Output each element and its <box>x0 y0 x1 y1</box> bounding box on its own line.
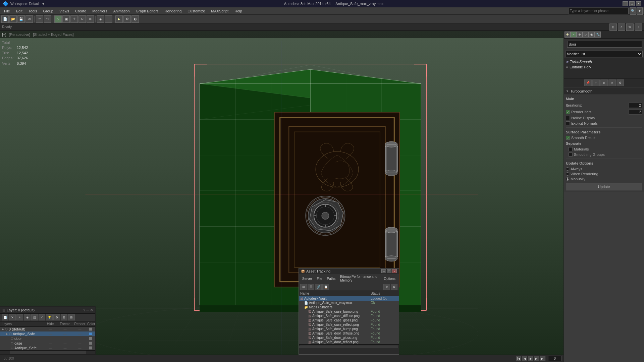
maximize-button[interactable]: □ <box>629 1 635 6</box>
layer-mgr-btn[interactable]: ☰ <box>105 15 112 23</box>
asset-tb-btn1[interactable]: ⊞ <box>300 284 307 290</box>
cmd-tab-display[interactable]: ◉ <box>589 32 595 38</box>
asset-row[interactable]: 📁 Maps / Shaders <box>299 305 399 309</box>
asset-close-btn[interactable]: ✕ <box>392 269 397 273</box>
angle-snap[interactable]: ∠ <box>618 23 625 31</box>
turbosmooth-header[interactable]: ▼ TurboSmooth <box>564 88 644 95</box>
configure-modifiers-btn[interactable]: ⚙ <box>616 79 624 86</box>
frame-number[interactable]: 0 <box>548 356 561 361</box>
layers-select-objects[interactable]: ◈ <box>24 314 31 320</box>
menu-rendering[interactable]: Rendering <box>162 8 184 14</box>
asset-minimize-btn[interactable]: ─ <box>381 269 386 273</box>
open-btn[interactable]: 📂 <box>9 15 17 23</box>
cmd-tab-motion[interactable]: ▷ <box>583 32 589 38</box>
viewport-perspective[interactable]: [Perspective] <box>9 33 31 37</box>
layers-close-btn[interactable]: ✕ <box>90 308 93 312</box>
goto-start-btn[interactable]: |◀ <box>516 356 521 361</box>
asset-row[interactable]: 🖼 Antique_Safe_case_reflect.png Found <box>299 322 399 327</box>
isoline-checkbox[interactable] <box>566 116 570 120</box>
asset-row[interactable]: 🖼 Antique_Safe_door_reflect.png Found <box>299 340 399 344</box>
make-unique-btn[interactable]: ◈ <box>600 79 608 86</box>
update-button[interactable]: Update <box>566 183 642 190</box>
modifier-list-dropdown[interactable]: Modifier List <box>565 51 643 57</box>
save-btn[interactable]: 💾 <box>17 15 25 23</box>
smooth-result-checkbox[interactable]: ✓ <box>566 136 570 140</box>
search-input[interactable] <box>568 8 629 14</box>
menu-maxscript[interactable]: MAXScript <box>208 8 231 14</box>
snap-toggle[interactable]: ⊞ <box>609 23 617 31</box>
asset-row[interactable]: 🏛 Autodesk Vault Logged Ou <box>299 296 399 301</box>
layer-row[interactable]: ▶ ⬡ 0 (default) — — — <box>0 327 95 331</box>
render-iters-checkbox[interactable]: ✓ <box>566 110 570 114</box>
layers-new-layer[interactable]: 📄 <box>2 314 8 320</box>
cmd-tab-create[interactable]: ✚ <box>565 32 571 38</box>
asset-tb-btn2[interactable]: ☰ <box>308 284 314 290</box>
asset-row[interactable]: 🖼 Antique_Safe_case_gloss.png Found <box>299 318 399 322</box>
prev-frame-btn[interactable]: ◀ <box>522 356 527 361</box>
layers-add-to-layer[interactable]: + <box>16 314 23 320</box>
asset-maximize-btn[interactable]: □ <box>387 269 391 273</box>
asset-refresh-btn[interactable]: ↻ <box>383 284 390 290</box>
viewport-area[interactable]: [+] [Perspective] [Shaded + Edged Faces]… <box>0 31 564 362</box>
select-region-btn[interactable]: ▣ <box>62 15 70 23</box>
iterations-input[interactable] <box>629 103 642 108</box>
asset-row[interactable]: 🖼 Antique_Safe_door_gloss.png Found <box>299 336 399 340</box>
scale-btn[interactable]: ⊕ <box>87 15 94 23</box>
layers-collapse[interactable]: ⊟ <box>68 314 75 320</box>
remove-modifier-btn[interactable]: ✕ <box>608 79 616 86</box>
menu-views[interactable]: Views <box>57 8 72 14</box>
redo-btn[interactable]: ↷ <box>44 15 51 23</box>
search-button[interactable]: 🔍 <box>630 7 636 15</box>
menu-file[interactable]: File <box>1 8 13 14</box>
move-btn[interactable]: ✛ <box>70 15 78 23</box>
layers-settings[interactable]: ⚙ <box>53 314 60 320</box>
cmd-tab-utilities[interactable]: 🔧 <box>595 32 601 38</box>
save-as-btn[interactable]: 🗂 <box>25 15 33 23</box>
asset-menu-server[interactable]: Server <box>300 277 314 281</box>
asset-row[interactable]: 🖼 Antique_Safe_case_diffuse.png Found <box>299 314 399 318</box>
menu-graph-editors[interactable]: Graph Editors <box>133 8 161 14</box>
radio-manually[interactable]: Manually <box>566 177 642 181</box>
reference-coord-btn[interactable]: ◈ <box>97 15 104 23</box>
layer-row[interactable]: ▶ ⬡ Antique_Safe — — — <box>0 331 95 336</box>
menu-create[interactable]: Create <box>72 8 89 14</box>
layers-highlight-btn[interactable]: 💡 <box>46 314 53 320</box>
radio-always[interactable]: Always <box>566 167 642 171</box>
next-frame-btn[interactable]: ▶| <box>534 356 539 361</box>
asset-scrollbar[interactable] <box>299 344 399 349</box>
layers-scrollbar[interactable] <box>0 350 95 354</box>
modifier-editable-poly[interactable]: ◈ Editable Poly <box>565 64 643 70</box>
workspace-dropdown-arrow[interactable]: ▼ <box>42 2 45 6</box>
viewport-shading[interactable]: [Shaded + Edged Faces] <box>33 33 73 37</box>
menu-tools[interactable]: Tools <box>26 8 40 14</box>
menu-customize[interactable]: Customize <box>185 8 208 14</box>
time-slider[interactable]: 0 / 100 <box>2 356 513 361</box>
materials-checkbox[interactable] <box>569 147 573 151</box>
menu-edit[interactable]: Edit <box>13 8 25 14</box>
asset-menu-paths[interactable]: Paths <box>325 277 338 281</box>
menu-help[interactable]: Help <box>232 8 245 14</box>
show-end-result-btn[interactable]: ◻ <box>592 79 600 86</box>
cmd-tab-modify[interactable]: ≡ <box>571 32 577 38</box>
asset-row[interactable]: 🖼 Antique_Safe_case_bump.png Found <box>299 309 399 314</box>
play-btn[interactable]: ▶ <box>528 356 533 361</box>
rotate-btn[interactable]: ↻ <box>78 15 86 23</box>
search-options-btn[interactable]: ▼ <box>637 7 643 15</box>
smoothing-groups-checkbox[interactable] <box>569 153 573 157</box>
render-iters-input[interactable] <box>629 109 642 115</box>
new-scene-btn[interactable]: 📄 <box>1 15 9 23</box>
active-shade-btn[interactable]: ◐ <box>131 15 139 23</box>
pct-snap[interactable]: % <box>626 23 634 31</box>
modifier-turbosmooth[interactable]: ◉ TurboSmooth <box>565 59 643 64</box>
asset-menu-bitmap[interactable]: Bitmap Performance and Memory <box>338 275 381 283</box>
object-name-input[interactable] <box>567 41 642 48</box>
layers-minimize-btn[interactable]: ─ <box>86 308 89 312</box>
asset-settings-btn[interactable]: ⚙ <box>391 284 397 290</box>
render-settings-btn[interactable]: ⚙ <box>123 15 131 23</box>
layer-row[interactable]: ⬡ door — — — <box>0 336 95 341</box>
layers-delete-layer[interactable]: ✕ <box>9 314 16 320</box>
layer-row[interactable]: ⬡ Antique_Safe — — — <box>0 346 95 350</box>
menu-modifiers[interactable]: Modifiers <box>90 8 110 14</box>
asset-row[interactable]: 🖼 Antique_Safe_door_diffuse.png Found <box>299 331 399 336</box>
menu-group[interactable]: Group <box>40 8 56 14</box>
